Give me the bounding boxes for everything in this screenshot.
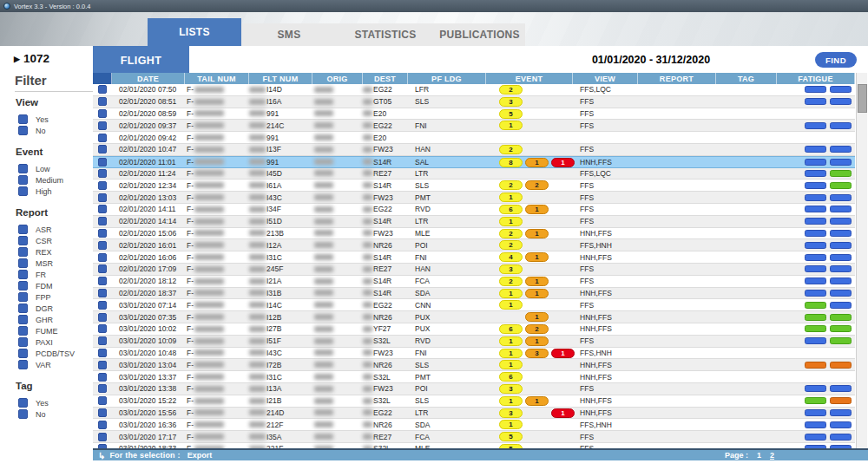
filter-checkbox[interactable] — [18, 326, 28, 336]
filter-option-paxi[interactable]: PAXI — [18, 336, 93, 348]
table-row[interactable]: 03/01/2020 07:14 F- I14C EG22 CNN 1 FFS — [93, 299, 855, 311]
row-checkbox[interactable] — [98, 134, 107, 142]
table-row[interactable]: 02/01/2020 18:37 F- I31B S14R SDA 11 HNH… — [93, 288, 855, 300]
row-checkbox[interactable] — [98, 241, 107, 250]
table-row[interactable]: 03/01/2020 10:09 F- I51F S32L RVD 11 FFS — [93, 336, 855, 348]
filter-checkbox[interactable] — [18, 126, 28, 135]
filter-option-asr[interactable]: ASR — [18, 224, 93, 235]
row-checkbox[interactable] — [98, 361, 107, 369]
page-1-link[interactable]: 1 — [757, 451, 761, 460]
filter-checkbox[interactable] — [18, 349, 28, 358]
select-all-checkbox[interactable] — [93, 73, 112, 84]
table-row[interactable]: 02/01/2020 08:59 F- 991 E20 5 FFS — [93, 108, 855, 121]
vertical-scrollbar[interactable] — [856, 73, 867, 448]
table-row[interactable]: 03/01/2020 17:17 F- I35A RE27 FCA 5 FFS — [93, 431, 855, 443]
date-range-field[interactable]: 01/01/2020 - 31/12/2020 — [538, 54, 764, 66]
row-checkbox[interactable] — [98, 145, 107, 153]
row-checkbox[interactable] — [98, 408, 107, 417]
row-checkbox[interactable] — [98, 85, 107, 94]
filter-checkbox[interactable] — [18, 270, 28, 279]
filter-option-rex[interactable]: REX — [18, 246, 93, 258]
row-checkbox[interactable] — [98, 264, 107, 273]
column-header-view[interactable]: VIEW — [573, 73, 638, 84]
table-row-selected[interactable]: 02/01/2020 11:01 F- 991 S14R SAL 811 HNH… — [93, 156, 855, 168]
column-header-report[interactable]: REPORT — [638, 73, 716, 84]
table-row[interactable]: 02/01/2020 14:11 F- I34F EG22 RVD 61 FFS — [93, 204, 855, 216]
row-checkbox[interactable] — [98, 433, 107, 441]
filter-option-pcdb-tsv[interactable]: PCDB/TSV — [18, 348, 93, 359]
table-row[interactable]: 02/01/2020 09:42 F- 991 E20 — [93, 132, 855, 144]
filter-option-fume[interactable]: FUME — [18, 325, 93, 336]
filter-option-yes[interactable]: Yes — [18, 397, 93, 408]
filter-checkbox[interactable] — [18, 164, 28, 173]
row-checkbox[interactable] — [98, 193, 107, 202]
result-count-expander[interactable]: ▶1072 — [14, 52, 49, 65]
export-link[interactable]: Export — [187, 451, 213, 460]
table-row[interactable]: 02/01/2020 11:24 F- I45D RE27 LTR FFS,LQ… — [93, 168, 855, 180]
filter-option-medium[interactable]: Medium — [18, 174, 93, 186]
table-row[interactable]: 02/01/2020 12:34 F- I61A S14R SLS 22 FFS — [93, 180, 855, 192]
column-header-tail-num[interactable]: TAIL NUM — [185, 73, 249, 84]
table-row[interactable]: 03/01/2020 10:02 F- I27B YF27 PUX 62 HNH… — [93, 323, 855, 336]
row-checkbox[interactable] — [98, 289, 107, 297]
filter-checkbox[interactable] — [18, 186, 28, 196]
filter-checkbox[interactable] — [18, 304, 28, 313]
row-checkbox[interactable] — [98, 158, 107, 166]
row-checkbox[interactable] — [98, 109, 107, 118]
filter-option-csr[interactable]: CSR — [18, 235, 93, 246]
subtab-flight[interactable]: FLIGHT — [93, 46, 189, 75]
column-header-dest[interactable]: DEST — [363, 73, 408, 84]
filter-option-fpp[interactable]: FPP — [18, 291, 93, 303]
filter-checkbox[interactable] — [18, 360, 28, 369]
filter-checkbox[interactable] — [18, 236, 28, 245]
filter-checkbox[interactable] — [18, 409, 28, 419]
table-row[interactable]: 02/01/2020 10:47 F- I13F FW23 HAN 2 FFS — [93, 144, 855, 156]
filter-option-no[interactable]: No — [18, 408, 93, 420]
row-checkbox[interactable] — [98, 301, 107, 310]
row-checkbox[interactable] — [98, 373, 107, 382]
table-row[interactable]: 03/01/2020 16:36 F- 212F NR26 SDA 1 FFS,… — [93, 419, 855, 431]
row-checkbox[interactable] — [98, 336, 107, 345]
page-2-link[interactable]: 2 — [770, 451, 774, 460]
row-checkbox[interactable] — [98, 205, 107, 213]
table-row[interactable]: 03/01/2020 10:48 F- I43C FW23 FNI 131 FF… — [93, 348, 855, 360]
table-row[interactable]: 02/01/2020 13:03 F- I43C FW23 PMT 1 FFS — [93, 192, 855, 204]
row-checkbox[interactable] — [98, 253, 107, 262]
table-row[interactable]: 02/01/2020 16:06 F- I31C S14R FNI 41 HNH… — [93, 251, 855, 264]
column-header-event[interactable]: EVENT — [486, 73, 573, 84]
filter-checkbox[interactable] — [18, 281, 28, 290]
filter-checkbox[interactable] — [18, 225, 28, 234]
row-checkbox[interactable] — [98, 396, 107, 405]
tab-sms[interactable]: SMS — [241, 23, 337, 46]
table-row[interactable]: 03/01/2020 15:56 F- 214D EG22 LTR 31 HNH… — [93, 408, 855, 420]
row-checkbox[interactable] — [98, 217, 107, 225]
row-checkbox[interactable] — [98, 384, 107, 393]
filter-checkbox[interactable] — [18, 114, 28, 124]
tab-statistics[interactable]: STATISTICS — [337, 23, 434, 46]
column-header-tag[interactable]: TAG — [716, 73, 777, 84]
filter-option-high[interactable]: High — [18, 186, 93, 197]
row-checkbox[interactable] — [98, 349, 107, 357]
row-checkbox[interactable] — [98, 97, 107, 106]
row-checkbox[interactable] — [98, 229, 107, 238]
row-checkbox[interactable] — [98, 169, 107, 178]
tab-publications[interactable]: PUBLICATIONS — [434, 23, 525, 46]
column-header-orig[interactable]: ORIG — [312, 73, 363, 84]
column-header-date[interactable]: DATE — [112, 73, 185, 84]
filter-checkbox[interactable] — [18, 292, 28, 302]
table-row[interactable]: 03/01/2020 15:22 F- I21B S32L SLS 11 HNH… — [93, 395, 855, 408]
filter-option-msr[interactable]: MSR — [18, 258, 93, 269]
column-header-pf-ldg[interactable]: PF LDG — [408, 73, 486, 84]
filter-checkbox[interactable] — [18, 315, 28, 324]
filter-checkbox[interactable] — [18, 247, 28, 257]
filter-option-yes[interactable]: Yes — [18, 114, 93, 125]
row-checkbox[interactable] — [98, 181, 107, 190]
find-button[interactable]: FIND — [815, 52, 857, 68]
table-row[interactable]: 02/01/2020 15:06 F- 213B FW23 MLE 21 HNH… — [93, 228, 855, 240]
column-header-flt-num[interactable]: FLT NUM — [249, 73, 312, 84]
table-row[interactable]: 03/01/2020 13:38 F- I13A FW23 POI 3 FFS — [93, 383, 855, 395]
table-row[interactable]: 03/01/2020 13:37 F- I31C S32L PMT 6 HNH,… — [93, 371, 855, 383]
row-checkbox[interactable] — [98, 277, 107, 285]
row-checkbox[interactable] — [98, 421, 107, 429]
filter-checkbox[interactable] — [18, 175, 28, 185]
